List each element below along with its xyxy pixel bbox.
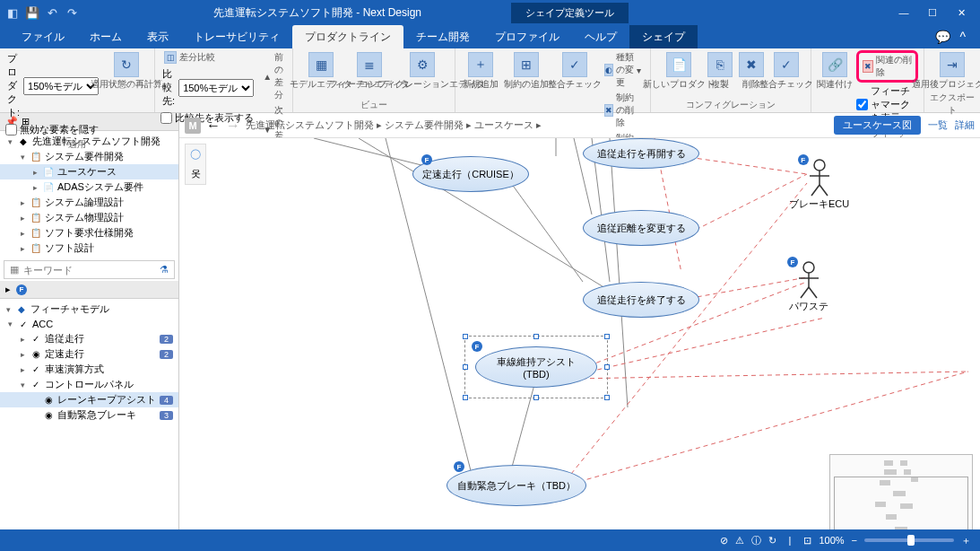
change-type-button[interactable]: ◐種類の変更▾ xyxy=(601,50,645,90)
svg-line-15 xyxy=(574,372,968,379)
usecase-lane-keep[interactable]: 車線維持アシスト(TBD) xyxy=(475,346,597,388)
menu-team[interactable]: チーム開発 xyxy=(403,25,482,48)
undo-icon[interactable]: ↶ xyxy=(45,5,59,20)
tree-node[interactable]: ▾✓ACC xyxy=(0,317,178,331)
feature-filter-bar: ▸F xyxy=(0,281,178,299)
expand-icon[interactable]: ^ xyxy=(959,30,966,44)
hide-unneeded-check[interactable] xyxy=(5,124,17,136)
keyword-search-1[interactable]: ▦⚗ xyxy=(4,260,175,279)
zoom-out-icon[interactable]: − xyxy=(852,535,857,546)
tree-node[interactable]: ◉レーンキープアシスト4 xyxy=(0,392,178,407)
menu-view[interactable]: 表示 xyxy=(134,25,181,48)
app-title: 先進運転システムソフト開発 - Next Design xyxy=(213,5,421,21)
sidebar: 📌⊞ ▾◆先進運転システムソフト開発▾📋システム要件開発▸📄ユースケース▸📄AD… xyxy=(0,113,179,551)
tree-node[interactable]: ▸📋ソフト設計 xyxy=(0,241,178,256)
tree-node[interactable]: ◉自動緊急ブレーキ3 xyxy=(0,407,178,423)
svg-point-23 xyxy=(803,262,814,273)
product-label: プロダクト: xyxy=(7,52,20,119)
compare-select[interactable]: 150%モデル xyxy=(178,79,254,97)
redo-icon[interactable]: ↷ xyxy=(65,5,79,20)
new-product-button[interactable]: 📄新しいプロダクト xyxy=(656,50,701,91)
tree-node[interactable]: ▸◉定速走行2 xyxy=(0,346,178,362)
view-detail-link[interactable]: 詳細 xyxy=(955,118,975,132)
forward-icon[interactable]: → xyxy=(226,118,240,134)
filter-icon[interactable]: ⚗ xyxy=(160,264,169,276)
model-badge[interactable]: M xyxy=(185,118,201,134)
delete-link-button[interactable]: ✖関連の削除 xyxy=(856,50,918,83)
add-constraint-button[interactable]: ⊞制約の追加 xyxy=(504,50,549,91)
view-list-link[interactable]: 一覧 xyxy=(928,118,948,132)
view-pill[interactable]: ユースケース図 xyxy=(834,116,921,135)
feature-tree[interactable]: ▾◆フィーチャモデル ▾✓ACC▸✓追従走行2▸◉定速走行2▸✓車速演算方式▾✓… xyxy=(0,299,178,425)
prev-diff-button[interactable]: ▲前の差分 xyxy=(259,50,287,102)
add-new-button[interactable]: ＋新規追加 xyxy=(461,50,500,91)
keyword-input-1[interactable] xyxy=(23,265,155,276)
zoom-slider[interactable] xyxy=(864,538,954,542)
back-icon[interactable]: ← xyxy=(206,118,221,134)
zoom-in-icon[interactable]: ＋ xyxy=(961,534,971,547)
feature-mark-icon: F xyxy=(421,154,432,165)
breadcrumb-bar: M ← → 先進運転システムソフト開発 ▸ システム要件開発 ▸ ユースケース … xyxy=(179,113,980,138)
menu-profile[interactable]: プロファイル xyxy=(482,25,572,48)
menu-help[interactable]: ヘルプ xyxy=(572,25,629,48)
svg-line-14 xyxy=(574,318,825,375)
tree-node[interactable]: ▸📋ソフト要求仕様開発 xyxy=(0,225,178,241)
minimize-icon[interactable]: — xyxy=(898,7,910,19)
tree-node[interactable]: ▾✓コントロールパネル xyxy=(0,377,178,392)
usecase-resume[interactable]: 追従走行を再開する xyxy=(583,138,699,169)
context-tab[interactable]: シェイプ定義ツール xyxy=(511,3,629,23)
group-view: ビュー xyxy=(299,98,449,112)
warn-icon[interactable]: ⚠ xyxy=(735,535,744,547)
config-check-button[interactable]: ✓整合チェック xyxy=(768,50,805,91)
menu-productline[interactable]: プロダクトライン xyxy=(292,25,403,48)
svg-line-11 xyxy=(681,174,807,237)
tree-node[interactable]: ▸📋システム論理設計 xyxy=(0,195,178,210)
tree-node[interactable]: ▸📋システム物理設計 xyxy=(0,210,178,225)
usecase-end-follow[interactable]: 追従走行を終了する xyxy=(583,282,699,318)
usecase-auto-brake[interactable]: 自動緊急ブレーキ（TBD） xyxy=(447,465,586,506)
collapse-icon[interactable]: ▸ xyxy=(5,284,11,295)
tree-node[interactable]: ▸✓車速演算方式 xyxy=(0,362,178,377)
export-button[interactable]: ⇥適用後プロジェクト xyxy=(930,50,975,91)
zoom-fit-icon[interactable]: ⊡ xyxy=(803,535,811,547)
zoom-value: 100% xyxy=(819,535,844,546)
tree-node[interactable]: ▸📄ADASシステム要件 xyxy=(0,179,178,195)
close-icon[interactable]: ✕ xyxy=(955,7,967,19)
save-icon[interactable]: 💾 xyxy=(25,5,39,20)
product-select[interactable]: 150%モデル xyxy=(23,77,99,95)
feature-mark-icon: F xyxy=(472,341,482,352)
actor-tool-icon[interactable]: 옷 xyxy=(191,167,201,180)
svg-line-21 xyxy=(811,185,820,196)
tree-node[interactable]: ▸📄ユースケース xyxy=(0,164,178,179)
svg-line-22 xyxy=(820,185,828,196)
svg-line-27 xyxy=(809,287,817,298)
svg-line-6 xyxy=(610,138,628,407)
diff-compare-button[interactable]: ◫差分比較 xyxy=(160,50,256,65)
maximize-icon[interactable]: ☐ xyxy=(926,7,939,19)
consist-check-button[interactable]: ✓整合チェック xyxy=(552,50,597,91)
tree-node[interactable]: ▸✓追従走行2 xyxy=(0,331,178,346)
error-icon[interactable]: ⊘ xyxy=(720,535,728,547)
menu-shape[interactable]: シェイプ xyxy=(629,25,698,48)
config-editor-button[interactable]: ⚙コンフィグレーションエディタ xyxy=(395,50,449,91)
feedback-icon[interactable]: 💬 xyxy=(935,30,950,44)
usecase-change-dist[interactable]: 追従距離を変更する xyxy=(583,210,699,246)
menu-home[interactable]: ホーム xyxy=(77,25,134,48)
info-icon[interactable]: ⓘ xyxy=(751,534,761,547)
link-button[interactable]: 🔗関連付け xyxy=(817,50,853,91)
diagram-canvas[interactable]: ◯ 옷 xyxy=(179,138,980,551)
svg-line-12 xyxy=(681,277,807,300)
ribbon: プロダクト: 150%モデル 無効な要素を隠す ↻適用状態の再計算 適用 ◫差分… xyxy=(0,48,980,113)
actor-brake-ecu[interactable]: F ブレーキECU xyxy=(789,147,849,211)
show-fmark-check[interactable] xyxy=(856,99,868,110)
duplicate-button[interactable]: ⎘複製 xyxy=(705,50,735,91)
recalc-button[interactable]: ↻適用状態の再計算 xyxy=(104,50,149,91)
actor-power-steer[interactable]: F パワステ xyxy=(789,249,828,313)
svg-line-26 xyxy=(801,287,809,298)
show-compare-check[interactable] xyxy=(160,112,172,124)
menu-file[interactable]: ファイル xyxy=(9,25,77,48)
breadcrumb[interactable]: 先進運転システムソフト開発 ▸ システム要件開発 ▸ ユースケース ▸ xyxy=(246,118,542,132)
usecase-tool-icon[interactable]: ◯ xyxy=(190,148,201,160)
refresh-icon[interactable]: ↻ xyxy=(768,535,776,547)
menu-trace[interactable]: トレーサビリティ xyxy=(181,25,292,48)
